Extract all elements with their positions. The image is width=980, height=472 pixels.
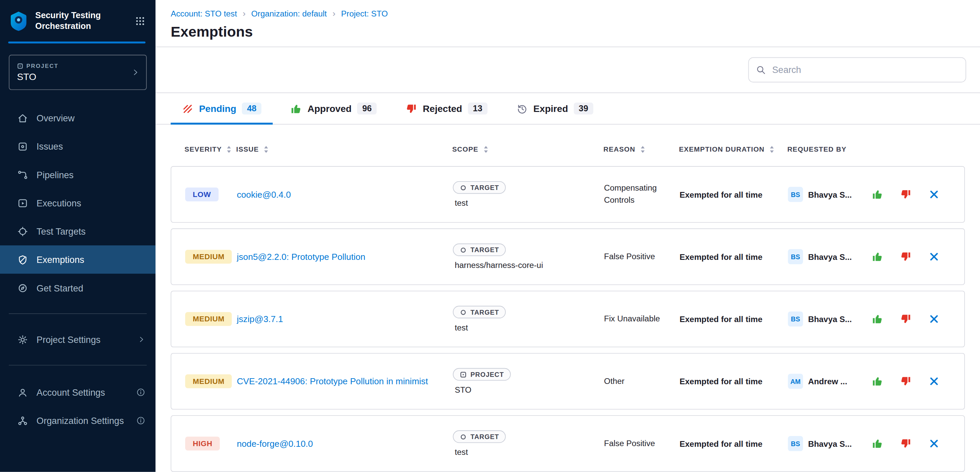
close-icon	[929, 188, 940, 200]
column-header-issue[interactable]: ISSUE	[236, 145, 452, 153]
severity-badge: MEDIUM	[185, 374, 232, 388]
column-label: SCOPE	[452, 145, 479, 153]
severity-badge: MEDIUM	[185, 250, 232, 264]
thumbs-down-icon	[900, 313, 912, 325]
chevron-right-icon	[131, 68, 140, 77]
tab-rejected[interactable]: Rejected 13	[395, 93, 499, 124]
breadcrumb-project[interactable]: Project: STO	[341, 8, 388, 18]
sidebar-item-get-started[interactable]: Get Started	[0, 274, 156, 302]
dismiss-button[interactable]	[929, 375, 940, 387]
issue-link[interactable]: CVE-2021-44906: Prototype Pollution in m…	[237, 374, 439, 388]
dismiss-button[interactable]	[929, 251, 940, 263]
column-header-severity[interactable]: SEVERITY	[185, 145, 236, 153]
breadcrumb-organization[interactable]: Organization: default	[251, 8, 327, 18]
sidebar-item-test-targets[interactable]: Test Targets	[0, 217, 156, 246]
sort-icon	[640, 145, 646, 153]
table-rows: LOW cookie@0.4.0 TARGET test Compensatin…	[170, 166, 965, 472]
approve-button[interactable]	[872, 251, 883, 263]
sidebar-item-exemptions[interactable]: Exemptions	[0, 246, 156, 274]
target-icon	[460, 246, 467, 253]
reason-text: Other	[604, 375, 680, 387]
reason-text: Fix Unavailable	[604, 313, 680, 325]
sidebar-item-label: Pipelines	[37, 169, 74, 179]
approve-button[interactable]	[872, 188, 883, 200]
sidebar-item-organization-settings[interactable]: Organization Settings	[0, 407, 156, 435]
approve-button[interactable]	[872, 438, 883, 450]
column-header-reason[interactable]: REASON	[603, 145, 679, 153]
dismiss-button[interactable]	[929, 188, 940, 200]
issue-link[interactable]: jszip@3.7.1	[237, 312, 294, 325]
compass-icon	[17, 282, 29, 293]
sidebar-item-executions[interactable]: Executions	[0, 188, 156, 217]
approve-button[interactable]	[872, 313, 883, 325]
reject-button[interactable]	[900, 313, 912, 325]
project-selector-value: STO	[17, 71, 59, 82]
close-icon	[929, 438, 940, 450]
reject-button[interactable]	[900, 251, 912, 263]
toolbar	[156, 47, 980, 93]
thumbs-down-icon	[900, 251, 912, 263]
issue-link[interactable]: cookie@0.4.0	[237, 188, 302, 201]
sidebar-item-label: Account Settings	[37, 387, 105, 398]
scope-pill: TARGET	[453, 430, 506, 443]
info-icon	[136, 388, 145, 397]
search-input[interactable]	[771, 64, 959, 76]
project-selector-label: PROJECT	[27, 63, 59, 69]
tab-label: Rejected	[423, 103, 462, 114]
table-row: MEDIUM jszip@3.7.1 TARGET test Fix Unava…	[170, 291, 965, 347]
sidebar-item-account-settings[interactable]: Account Settings	[0, 378, 156, 407]
avatar: BS	[788, 249, 803, 264]
tab-pending[interactable]: Pending 48	[170, 93, 273, 124]
breadcrumb-account[interactable]: Account: STO test	[170, 8, 237, 18]
tab-expired[interactable]: Expired 39	[505, 93, 605, 124]
info-icon	[136, 416, 145, 425]
exemption-duration: Exempted for all time	[679, 314, 788, 324]
scope-name: STO	[453, 385, 471, 394]
sidebar-item-issues[interactable]: Issues	[0, 132, 156, 160]
sidebar-item-label: Overview	[37, 113, 75, 123]
requested-by-name: Bhavya S...	[808, 190, 852, 199]
reason-text: Compensating Controls	[604, 182, 680, 206]
severity-badge: HIGH	[185, 437, 220, 450]
issue-link[interactable]: json5@2.2.0: Prototype Pollution	[237, 250, 377, 263]
thumbs-down-icon	[406, 103, 417, 114]
avatar: BS	[788, 436, 803, 451]
dismiss-button[interactable]	[929, 313, 940, 325]
module-grid-icon[interactable]	[135, 16, 146, 26]
breadcrumb-separator: ›	[243, 8, 246, 18]
sort-icon	[769, 145, 775, 153]
scope-type-label: TARGET	[471, 246, 499, 253]
approve-button[interactable]	[872, 375, 883, 387]
sidebar-item-pipelines[interactable]: Pipelines	[0, 160, 156, 188]
project-selector[interactable]: PROJECT STO	[9, 55, 147, 90]
exemption-slash-icon	[182, 103, 194, 114]
reject-button[interactable]	[900, 188, 912, 200]
thumbs-up-icon	[872, 313, 883, 325]
issue-link[interactable]: node-forge@0.10.0	[237, 437, 325, 450]
gear-icon	[17, 334, 29, 345]
project-icon	[17, 63, 24, 69]
tab-count-badge: 39	[574, 103, 593, 115]
close-icon	[929, 251, 940, 263]
tab-count-badge: 13	[468, 103, 487, 115]
table-header: SEVERITY ISSUE SCOPE REASON EXEMPTION DU…	[170, 132, 965, 166]
reject-button[interactable]	[900, 438, 912, 450]
column-header-scope[interactable]: SCOPE	[452, 145, 603, 153]
column-label: EXEMPTION DURATION	[679, 145, 764, 153]
column-header-exemption-duration[interactable]: EXEMPTION DURATION	[679, 145, 787, 153]
sidebar-header: Security Testing Orchestration	[0, 0, 156, 42]
sidebar: Security Testing Orchestration PROJECT S…	[0, 0, 156, 472]
search-box[interactable]	[748, 57, 966, 82]
reject-button[interactable]	[900, 375, 912, 387]
tab-label: Expired	[533, 103, 568, 114]
breadcrumb: Account: STO test › Organization: defaul…	[170, 7, 965, 19]
reason-text: False Positive	[604, 251, 680, 263]
column-label: REASON	[603, 145, 635, 153]
divider	[9, 365, 147, 366]
sidebar-item-project-settings[interactable]: Project Settings	[0, 325, 156, 354]
sidebar-item-overview[interactable]: Overview	[0, 104, 156, 132]
severity-badge: LOW	[185, 188, 218, 201]
tab-label: Pending	[199, 103, 236, 114]
tab-approved[interactable]: Approved 96	[279, 93, 388, 124]
dismiss-button[interactable]	[929, 438, 940, 450]
